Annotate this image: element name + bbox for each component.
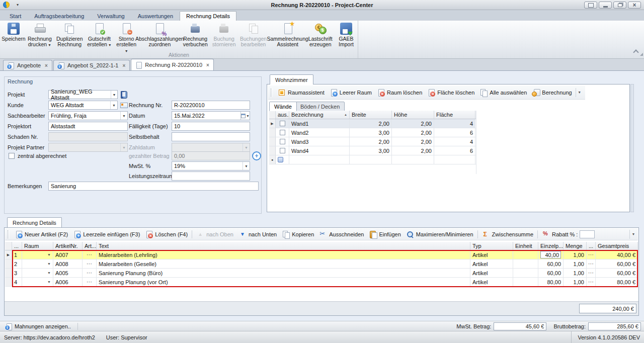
column-header-einzelp[interactable]: Einzelp... bbox=[538, 242, 564, 250]
column-header-fl-che[interactable]: Fläche bbox=[434, 111, 475, 119]
wall-row[interactable]: Wand23,002,006 bbox=[269, 128, 476, 137]
hoehe-cell[interactable]: 2,00 bbox=[392, 146, 434, 155]
ribbon-button-gutschrift-erstellen[interactable]: Gutschrift erstellen ▼ bbox=[85, 22, 114, 49]
einheit-cell[interactable] bbox=[513, 269, 538, 277]
rabatt-input[interactable] bbox=[580, 230, 595, 238]
text-cell[interactable]: Sanierung Planung (vor Ort) bbox=[97, 278, 470, 286]
column-header-raum[interactable]: Raum bbox=[22, 242, 53, 250]
tab-rechnung-details[interactable]: Rechnung Details bbox=[7, 217, 62, 227]
breite-cell[interactable]: 2,00 bbox=[350, 137, 392, 146]
selbstbehalt-input[interactable] bbox=[172, 132, 250, 141]
close-tab-icon[interactable]: × bbox=[122, 63, 125, 68]
bezeichnung-cell[interactable]: Wand3 bbox=[289, 137, 350, 146]
toolbar-button-fl-che-l-schen[interactable]: Fläche löschen bbox=[425, 88, 477, 98]
column-header-text[interactable]: Text bbox=[97, 242, 470, 250]
ribbon-tab-rechnung-details[interactable]: Rechnung Details bbox=[180, 11, 236, 21]
artikelnr-cell[interactable]: A006 bbox=[53, 278, 83, 286]
gesamtpreis-cell[interactable]: 80,00 € bbox=[596, 278, 638, 286]
row-checkbox[interactable] bbox=[280, 148, 285, 153]
empty-cell[interactable] bbox=[392, 155, 434, 164]
toolbar-button-einf-gen[interactable]: Einfügen bbox=[366, 229, 403, 239]
breite-cell[interactable]: 3,00 bbox=[350, 128, 392, 137]
calendar-icon[interactable]: ▼ bbox=[240, 112, 250, 120]
chevron-down-icon[interactable]: ▼ bbox=[111, 91, 117, 99]
close-tab-icon[interactable]: × bbox=[45, 63, 48, 68]
gesamtpreis-cell[interactable]: 60,00 € bbox=[596, 260, 638, 268]
ribbon-button-speichern[interactable]: Speichern bbox=[2, 22, 25, 43]
menge-cell[interactable]: 1,00 bbox=[564, 260, 587, 268]
raum-cell[interactable]: ▼ bbox=[22, 250, 53, 259]
wall-row[interactable]: ▶Wand12,002,004 bbox=[269, 119, 476, 128]
subtab-b-den-decken[interactable]: Böden / Decken bbox=[295, 102, 345, 111]
column-header-art[interactable]: Art... bbox=[83, 242, 97, 250]
hoehe-cell[interactable]: 2,00 bbox=[392, 128, 434, 137]
checkbox-cell[interactable] bbox=[276, 128, 289, 137]
checkbox-cell[interactable] bbox=[276, 146, 289, 155]
hoehe-cell[interactable]: 2,00 bbox=[392, 137, 434, 146]
doc-tab-rechnung-r-20220010[interactable]: Rechnung R-20220010× bbox=[131, 59, 214, 70]
artikel-picker-cell[interactable]: ⋯ bbox=[83, 269, 97, 277]
toolbar-button-neuer-artikel-f2-[interactable]: Neuer Artikel (F2) bbox=[12, 229, 70, 239]
toolbar-button-raumassistent[interactable]: Raumassistent bbox=[275, 88, 327, 98]
bezeichnung-cell[interactable]: Wand1 bbox=[289, 119, 350, 128]
new-row-cell[interactable] bbox=[276, 155, 289, 164]
flaeche-cell[interactable]: 6 bbox=[434, 128, 475, 137]
article-row[interactable]: 2▼A008⋯Malerarbeiten (Geselle)Artikel60,… bbox=[5, 260, 638, 269]
einheit-cell[interactable] bbox=[513, 260, 538, 268]
empty-cell[interactable] bbox=[350, 155, 392, 164]
rechnung-nr-input[interactable] bbox=[172, 101, 250, 110]
project-book-icon[interactable] bbox=[120, 91, 128, 99]
new-row[interactable]: ● bbox=[269, 155, 476, 164]
toolbar-button-leerer-raum[interactable]: Leerer Raum bbox=[327, 88, 374, 98]
gesamtpreis-cell[interactable]: 60,00 € bbox=[596, 269, 638, 277]
bezeichnung-cell[interactable]: Wand4 bbox=[289, 146, 350, 155]
column-header-dots[interactable]: ... bbox=[12, 242, 22, 250]
raum-cell[interactable]: ▼ bbox=[22, 278, 53, 286]
toolbar-grip[interactable] bbox=[271, 89, 273, 97]
typ-cell[interactable]: Artikel bbox=[470, 250, 513, 259]
doc-tab-angebot-s-2022-1-1[interactable]: Angebot S_2022-1-1× bbox=[53, 60, 130, 70]
bemerkungen-input[interactable] bbox=[48, 182, 259, 191]
einzelpreis-cell[interactable]: 40,00 bbox=[538, 250, 564, 259]
zentral-abgerechnet-checkbox[interactable] bbox=[9, 153, 15, 159]
toolbar-button-raum-l-schen[interactable]: Raum löschen bbox=[374, 88, 425, 98]
column-header-breite[interactable]: Breite bbox=[350, 111, 392, 119]
add-payment-icon[interactable]: + bbox=[252, 151, 261, 160]
toolbar-button-berechnung[interactable]: Berechnung bbox=[529, 88, 574, 98]
breite-cell[interactable]: 3,00 bbox=[350, 146, 392, 155]
breite-cell[interactable]: 2,00 bbox=[350, 119, 392, 128]
row-options-cell[interactable]: ⋯ bbox=[587, 278, 596, 286]
row-number-cell[interactable]: 2 bbox=[12, 260, 22, 268]
dropdown-caret-icon[interactable]: ▼ bbox=[47, 43, 51, 47]
einheit-cell[interactable] bbox=[513, 250, 538, 259]
toolbar-button-maximieren-minimieren[interactable]: Maximieren/Minimieren bbox=[404, 229, 476, 239]
panel-splitter[interactable] bbox=[630, 84, 634, 212]
einzelpreis-cell[interactable]: 60,00 bbox=[538, 269, 564, 277]
doc-tab-angebote[interactable]: Angebote× bbox=[3, 60, 52, 70]
text-cell[interactable]: Malerarbeiten (Geselle) bbox=[97, 260, 470, 268]
typ-cell[interactable]: Artikel bbox=[470, 269, 513, 277]
ribbon-button-sammelrechnung-assistent[interactable]: Sammelrechnung Assistent bbox=[269, 22, 306, 48]
einzelpreis-cell[interactable]: 80,00 bbox=[538, 278, 564, 286]
row-options-cell[interactable]: ⋯ bbox=[587, 260, 596, 268]
row-options-cell[interactable]: ⋯ bbox=[587, 250, 596, 259]
column-header-menge[interactable]: Menge bbox=[564, 242, 587, 250]
toolbar-button-zwischensumme[interactable]: Zwischensumme bbox=[479, 229, 536, 239]
toolbar-button-rabatt-[interactable]: Rabatt % : bbox=[539, 229, 597, 239]
tab-wohnzimmer[interactable]: Wohnzimmer bbox=[270, 74, 313, 84]
close-tab-icon[interactable]: × bbox=[206, 62, 209, 68]
einzelpreis-editor[interactable]: 40,00 bbox=[540, 251, 561, 259]
toolbar-overflow-icon[interactable]: ▼ bbox=[629, 230, 637, 239]
article-row[interactable]: 4▼A006⋯Sanierung Planung (vor Ort)Artike… bbox=[5, 278, 638, 287]
wall-row[interactable]: Wand32,002,004 bbox=[269, 137, 476, 146]
hoehe-cell[interactable]: 2,00 bbox=[392, 119, 434, 128]
ribbon-button-rechnung-drucken[interactable]: Rechnung drucken ▼ bbox=[25, 22, 54, 49]
toolbar-button-leerzeile-einf-gen-f3-[interactable]: Leerzeile einfügen (F3) bbox=[70, 229, 142, 239]
artikel-picker-cell[interactable]: ⋯ bbox=[83, 250, 97, 259]
dropdown-caret-icon[interactable]: ▼ bbox=[107, 43, 112, 47]
close-button[interactable] bbox=[628, 2, 641, 9]
artikelnr-cell[interactable]: A007 bbox=[53, 250, 83, 259]
einheit-cell[interactable] bbox=[513, 278, 538, 286]
bezeichnung-cell[interactable]: Wand2 bbox=[289, 128, 350, 137]
row-checkbox[interactable] bbox=[280, 121, 285, 126]
